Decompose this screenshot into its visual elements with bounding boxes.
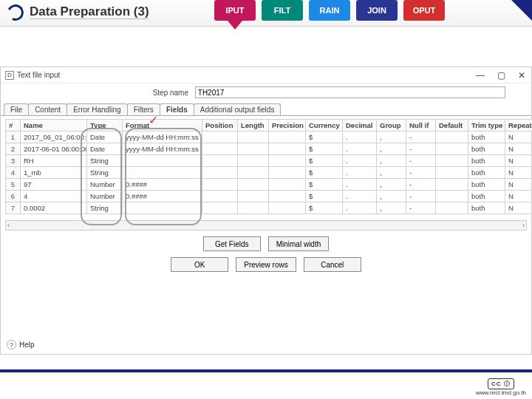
table-row[interactable]: 597Number0.####$.,-bothN xyxy=(6,179,533,191)
cell[interactable] xyxy=(238,155,269,167)
cell[interactable]: , xyxy=(377,155,406,167)
get-fields-button[interactable]: Get Fields xyxy=(203,236,261,251)
cell[interactable]: $ xyxy=(306,179,343,191)
sheet-content[interactable]: Content xyxy=(28,103,67,115)
cell[interactable]: both xyxy=(468,143,505,155)
cell[interactable] xyxy=(436,155,468,167)
cell[interactable] xyxy=(238,202,269,214)
cell[interactable] xyxy=(202,191,238,202)
cell[interactable]: Number xyxy=(87,179,123,191)
preview-rows-button[interactable]: Preview rows xyxy=(236,257,296,272)
cell[interactable]: String xyxy=(87,155,123,167)
tab-join[interactable]: JOIN xyxy=(356,0,398,21)
cell[interactable] xyxy=(202,132,238,143)
cell[interactable]: both xyxy=(468,202,505,214)
cell[interactable]: 5 xyxy=(6,179,21,191)
cell[interactable]: - xyxy=(406,179,436,191)
cell[interactable]: - xyxy=(406,155,436,167)
cell[interactable]: . xyxy=(343,202,377,214)
table-row[interactable]: 12017_06_01_06:00:00Dateyyyy-MM-dd HH:mm… xyxy=(6,132,533,143)
cell[interactable]: 6 xyxy=(6,191,21,202)
cell[interactable]: N xyxy=(505,167,533,179)
cell[interactable] xyxy=(238,132,269,143)
cell[interactable]: 0.#### xyxy=(123,179,202,191)
cell[interactable]: Date xyxy=(87,132,123,143)
fields-table[interactable]: # Name Type Format Position Length Preci… xyxy=(5,119,532,214)
cell[interactable] xyxy=(202,202,238,214)
cell[interactable]: String xyxy=(87,202,123,214)
sheet-error[interactable]: Error Handling xyxy=(66,103,127,115)
minimize-button[interactable]: — xyxy=(475,70,485,81)
tab-input[interactable]: IPUT xyxy=(214,0,256,21)
cell[interactable] xyxy=(269,143,306,155)
cell[interactable] xyxy=(202,167,238,179)
help-link[interactable]: ? Help xyxy=(7,340,35,349)
scroll-left-icon[interactable]: ‹ xyxy=(7,222,10,229)
cell[interactable]: 2017-06-01 06:00:00 xyxy=(21,143,87,155)
cell[interactable]: 4 xyxy=(21,191,87,202)
tab-filter[interactable]: FILT xyxy=(262,0,303,21)
cell[interactable]: $ xyxy=(306,155,343,167)
cell[interactable]: - xyxy=(406,167,436,179)
cell[interactable]: 0.0002 xyxy=(21,202,87,214)
cell[interactable] xyxy=(436,167,468,179)
cell[interactable]: N xyxy=(505,155,533,167)
cell[interactable] xyxy=(123,167,202,179)
cell[interactable]: yyyy-MM-dd HH:mm:ss xyxy=(123,143,202,155)
cell[interactable]: N xyxy=(505,132,533,143)
cell[interactable] xyxy=(123,202,202,214)
cell[interactable] xyxy=(269,179,306,191)
cell[interactable]: 0.#### xyxy=(123,191,202,202)
close-button[interactable]: ✕ xyxy=(516,70,527,81)
tab-rain[interactable]: RAIN xyxy=(309,0,350,21)
cell[interactable]: 2 xyxy=(6,143,21,155)
cell[interactable]: , xyxy=(377,132,406,143)
cell[interactable]: $ xyxy=(306,191,343,202)
cell[interactable]: both xyxy=(468,191,505,202)
cell[interactable]: 97 xyxy=(21,179,87,191)
table-row[interactable]: 22017-06-01 06:00:00Dateyyyy-MM-dd HH:mm… xyxy=(6,143,533,155)
cell[interactable]: $ xyxy=(306,167,343,179)
cell[interactable]: $ xyxy=(306,132,343,143)
cell[interactable] xyxy=(238,179,269,191)
cell[interactable]: . xyxy=(343,143,377,155)
cell[interactable]: , xyxy=(377,191,406,202)
cell[interactable]: both xyxy=(468,179,505,191)
cell[interactable] xyxy=(202,179,238,191)
maximize-button[interactable]: ▢ xyxy=(496,70,506,81)
cell[interactable] xyxy=(269,155,306,167)
cell[interactable] xyxy=(269,191,306,202)
sheet-fields[interactable]: Fields xyxy=(160,103,194,115)
cell[interactable]: both xyxy=(468,167,505,179)
cell[interactable] xyxy=(238,143,269,155)
cell[interactable]: . xyxy=(343,167,377,179)
cell[interactable]: , xyxy=(377,202,406,214)
cell[interactable]: both xyxy=(468,155,505,167)
ok-button[interactable]: OK xyxy=(171,257,228,272)
cell[interactable] xyxy=(269,167,306,179)
cell[interactable] xyxy=(269,132,306,143)
cell[interactable]: - xyxy=(406,143,436,155)
cell[interactable] xyxy=(202,155,238,167)
cell[interactable]: 4 xyxy=(6,167,21,179)
cell[interactable] xyxy=(202,143,238,155)
step-name-input[interactable] xyxy=(195,86,505,98)
cell[interactable]: both xyxy=(468,132,505,143)
cell[interactable]: , xyxy=(377,143,406,155)
minimal-width-button[interactable]: Minimal width xyxy=(268,236,330,251)
cell[interactable]: 3 xyxy=(6,155,21,167)
cell[interactable]: N xyxy=(505,143,533,155)
scroll-right-icon[interactable]: › xyxy=(522,222,525,229)
cell[interactable]: $ xyxy=(306,202,343,214)
cell[interactable]: . xyxy=(343,191,377,202)
cell[interactable]: 7 xyxy=(6,202,21,214)
horizontal-scrollbar[interactable]: ‹ › xyxy=(5,220,527,231)
cell[interactable]: N xyxy=(505,191,533,202)
sheet-additional[interactable]: Additional output fields xyxy=(194,103,282,115)
cell[interactable]: - xyxy=(406,202,436,214)
cell[interactable]: 1_mb xyxy=(21,167,87,179)
table-row[interactable]: 64Number0.####$.,-bothN xyxy=(6,191,533,202)
cancel-button[interactable]: Cancel xyxy=(304,257,361,272)
cell[interactable]: 1 xyxy=(6,132,21,143)
cell[interactable]: yyyy-MM-dd HH:mm:ss xyxy=(123,132,202,143)
